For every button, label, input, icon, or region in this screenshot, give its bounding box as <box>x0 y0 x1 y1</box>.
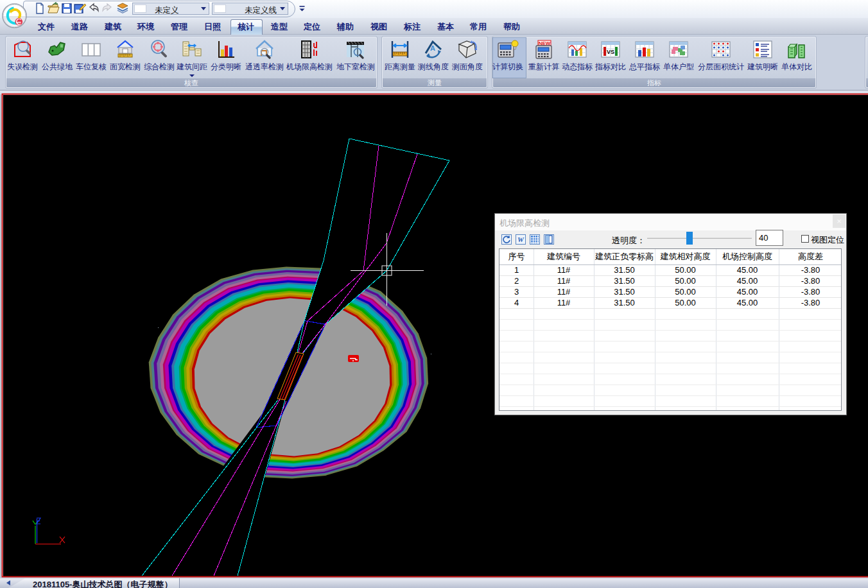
svg-text:VS: VS <box>607 49 614 55</box>
svg-text:W: W <box>517 236 525 243</box>
svg-text:A: A <box>430 44 435 52</box>
